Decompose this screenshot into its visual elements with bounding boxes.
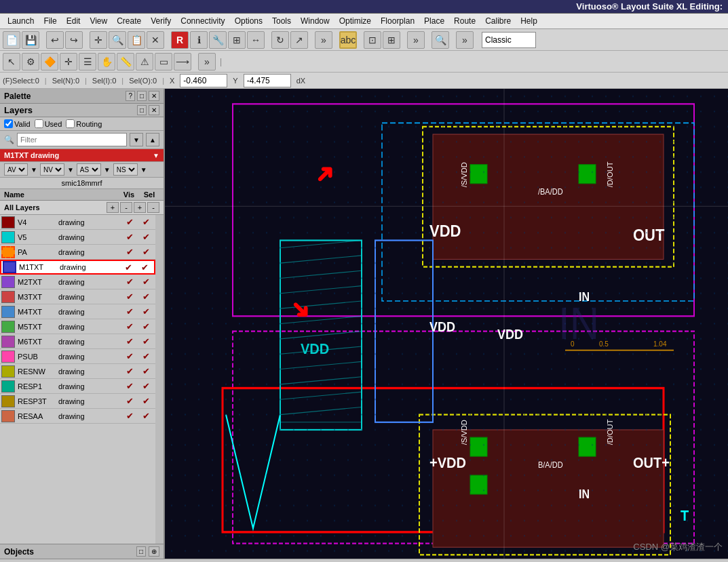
used-checkbox-label[interactable]: Used <box>35 119 62 128</box>
layer-vis-m2txt[interactable]: ✔ <box>121 277 138 287</box>
layer-row-pa[interactable]: PAdrawing✔✔ <box>0 245 155 260</box>
layer-row-m3txt[interactable]: M3TXTdrawing✔✔ <box>0 289 155 304</box>
av-select[interactable]: AV <box>4 163 28 176</box>
r-btn[interactable]: R <box>171 31 189 49</box>
layers-scrollbar[interactable] <box>155 215 164 544</box>
undo-btn[interactable]: ↩ <box>46 31 64 49</box>
layers-float-btn[interactable]: □ <box>137 105 147 115</box>
path-btn[interactable]: ⟶ <box>174 53 191 71</box>
layer-vis-v4[interactable]: ✔ <box>121 217 138 227</box>
align-btn[interactable]: ⊞ <box>228 31 246 49</box>
menu-item-connectivity[interactable]: Connectivity <box>176 15 229 27</box>
layer-row-resnw[interactable]: RESNWdrawing✔✔ <box>0 364 155 379</box>
layer-vis-m1txt[interactable]: ✔ <box>120 262 136 273</box>
menu-item-calibre[interactable]: Calibre <box>480 15 516 27</box>
palette-help-btn[interactable]: ? <box>126 91 135 101</box>
menu-item-edit[interactable]: Edit <box>62 15 85 27</box>
menu-item-tools[interactable]: Tools <box>267 15 296 27</box>
layer-selector[interactable]: M1TXT drawing ▼ <box>0 149 164 162</box>
warn-btn[interactable]: ⚠ <box>136 53 153 71</box>
layer-sel-m2txt[interactable]: ✔ <box>138 277 154 287</box>
routing-checkbox-label[interactable]: Routing <box>66 119 102 128</box>
layer-vis-m3txt[interactable]: ✔ <box>121 292 138 302</box>
layer-vis-resnw[interactable]: ✔ <box>121 366 138 376</box>
more2-btn[interactable]: » <box>407 31 425 49</box>
layer-vis-m4txt[interactable]: ✔ <box>121 306 138 317</box>
menu-item-route[interactable]: Route <box>449 15 480 27</box>
rotate-btn[interactable]: ↻ <box>271 31 289 49</box>
nv-select[interactable]: NV <box>40 163 64 176</box>
y-input[interactable] <box>244 74 291 87</box>
layer-row-psub[interactable]: PSUBdrawing✔✔ <box>0 349 155 364</box>
layer-sel-m3txt[interactable]: ✔ <box>138 292 154 302</box>
menu-item-file[interactable]: File <box>39 15 61 27</box>
objects-pin-btn[interactable]: ⊕ <box>149 546 159 557</box>
layer-row-resaa[interactable]: RESAAdrawing✔✔ <box>0 409 155 424</box>
stretch-btn[interactable]: ↗ <box>290 31 308 49</box>
layer-sel-m5txt[interactable]: ✔ <box>138 321 154 332</box>
delete-btn[interactable]: ✕ <box>147 31 164 49</box>
classic-select[interactable]: Classic <box>482 32 536 48</box>
select-btn[interactable]: ↖ <box>3 53 20 71</box>
menu-item-optimize[interactable]: Optimize <box>334 15 376 27</box>
ns-select[interactable]: NS <box>113 163 138 176</box>
zoom2-btn[interactable]: 🔍 <box>432 31 449 49</box>
menu-item-help[interactable]: Help <box>516 15 542 27</box>
layer-row-resp1[interactable]: RESP1drawing✔✔ <box>0 379 155 394</box>
open-btn[interactable]: 📄 <box>3 31 20 49</box>
all-layers-minus1-btn[interactable]: - <box>120 202 132 213</box>
layer-btn[interactable]: 🔶 <box>41 53 58 71</box>
redo-btn[interactable]: ↪ <box>65 31 83 49</box>
layer-vis-m6txt[interactable]: ✔ <box>121 336 138 346</box>
move-btn[interactable]: ✛ <box>90 31 107 49</box>
layer-sel-v4[interactable]: ✔ <box>138 217 154 227</box>
snap-btn[interactable]: ⊡ <box>364 31 381 49</box>
layer-row-m6txt[interactable]: M6TXTdrawing✔✔ <box>0 334 155 349</box>
menu-item-window[interactable]: Window <box>296 15 334 27</box>
layer-row-v5[interactable]: V5drawing✔✔ <box>0 230 155 245</box>
hand-btn[interactable]: ✋ <box>98 53 115 71</box>
objects-float-btn[interactable]: □ <box>136 546 146 557</box>
more3-btn[interactable]: » <box>456 31 474 49</box>
layer-sel-resnw[interactable]: ✔ <box>138 366 154 376</box>
box-btn[interactable]: ▭ <box>155 53 172 71</box>
grid-btn[interactable]: ⊞ <box>383 31 400 49</box>
layer-row-m4txt[interactable]: M4TXTdrawing✔✔ <box>0 304 155 319</box>
layer-sel-resp1[interactable]: ✔ <box>138 381 154 391</box>
layer-vis-resaa[interactable]: ✔ <box>121 411 138 421</box>
copy-btn[interactable]: 📋 <box>128 31 145 49</box>
layer-sel-m1txt[interactable]: ✔ <box>136 262 153 273</box>
menu-item-place[interactable]: Place <box>419 15 449 27</box>
layer-vis-pa[interactable]: ✔ <box>121 247 138 257</box>
layer-vis-resp3t[interactable]: ✔ <box>121 396 138 406</box>
text-btn[interactable]: abc <box>339 31 357 49</box>
layer-row-m5txt[interactable]: M5TXTdrawing✔✔ <box>0 319 155 334</box>
x-input[interactable] <box>180 74 227 87</box>
layer-vis-resp1[interactable]: ✔ <box>121 381 138 391</box>
inst-btn[interactable]: ⚙ <box>22 53 39 71</box>
layer-vis-m5txt[interactable]: ✔ <box>121 321 138 332</box>
valid-checkbox-label[interactable]: Valid <box>4 119 31 128</box>
layer-sel-resp3t[interactable]: ✔ <box>138 396 154 406</box>
layer-sel-v5[interactable]: ✔ <box>138 232 154 242</box>
menu-item-floorplan[interactable]: Floorplan <box>376 15 419 27</box>
menu-item-view[interactable]: View <box>85 15 112 27</box>
routing-checkbox[interactable] <box>66 119 75 128</box>
as-select[interactable]: AS <box>77 163 101 176</box>
filter-dropdown-btn[interactable]: ▼ <box>130 133 143 146</box>
layer-vis-psub[interactable]: ✔ <box>121 351 138 361</box>
palette-close-btn[interactable]: ✕ <box>149 91 159 101</box>
all-layers-minus2-btn[interactable]: - <box>147 202 159 213</box>
all-layers-plus1-btn[interactable]: + <box>107 202 119 213</box>
layer-row-v4[interactable]: V4drawing✔✔ <box>0 215 155 230</box>
layer-row-resp3t[interactable]: RESP3Tdrawing✔✔ <box>0 394 155 409</box>
all-layers-plus2-btn[interactable]: + <box>134 202 146 213</box>
palette-float-btn[interactable]: □ <box>137 91 147 101</box>
layer-row-m2txt[interactable]: M2TXTdrawing✔✔ <box>0 275 155 289</box>
layer-sel-m4txt[interactable]: ✔ <box>138 306 154 317</box>
layer-sel-pa[interactable]: ✔ <box>138 247 154 257</box>
cross-btn[interactable]: ✛ <box>60 53 77 71</box>
layer-sel-resaa[interactable]: ✔ <box>138 411 154 421</box>
used-checkbox[interactable] <box>35 119 43 128</box>
props-btn[interactable]: 🔧 <box>209 31 227 49</box>
